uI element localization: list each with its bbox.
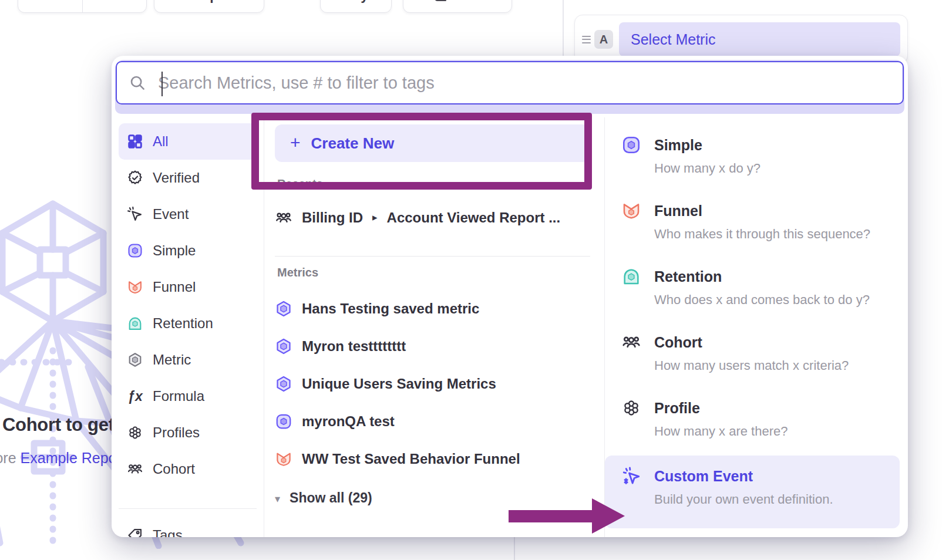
range-12m-button[interactable]: 12M bbox=[18, 0, 82, 12]
type-title: Simple bbox=[654, 137, 702, 154]
search-box bbox=[116, 61, 904, 104]
sidebar-item-label: Profiles bbox=[153, 424, 200, 441]
date-range-group: 12M YTD ▾ bbox=[18, 0, 147, 13]
type-custom-event[interactable]: Custom Event Build your own event defini… bbox=[605, 456, 900, 528]
retention-icon bbox=[621, 266, 641, 286]
screen: 12M YTD ▾ Compare Day Line A bbox=[0, 0, 949, 560]
sidebar-item-label: Metric bbox=[153, 352, 191, 368]
show-all-button[interactable]: ▾ Show all (29) bbox=[275, 483, 590, 513]
sidebar-item-label: Tags bbox=[153, 527, 183, 537]
sidebar-item-tags[interactable]: Tags bbox=[119, 517, 257, 537]
drag-handle-icon[interactable] bbox=[582, 36, 591, 43]
sidebar-item-all[interactable]: All bbox=[119, 123, 257, 160]
sidebar-item-label: Formula bbox=[153, 388, 204, 404]
panel-divider bbox=[563, 0, 564, 56]
type-description: Build your own event definition. bbox=[654, 492, 900, 507]
type-title: Retention bbox=[654, 268, 722, 285]
metric-item-label: myronQA test bbox=[302, 413, 395, 430]
panel-divider-bottom bbox=[514, 537, 515, 560]
cohort-icon bbox=[621, 332, 641, 352]
sidebar-item-cohort[interactable]: Cohort bbox=[119, 451, 257, 487]
type-title: Custom Event bbox=[654, 468, 753, 485]
simple-icon bbox=[126, 242, 144, 259]
verified-badge-icon bbox=[126, 170, 144, 186]
recent-item-billing-id[interactable]: Billing ID ▸ Account Viewed Report ... bbox=[275, 199, 590, 237]
chevron-down-icon: ▾ bbox=[275, 492, 280, 505]
select-metric-pill[interactable]: Select Metric bbox=[619, 22, 900, 56]
type-retention[interactable]: Retention Who does x and comes back to d… bbox=[605, 258, 908, 324]
metric-item-label: Myron testttttttt bbox=[302, 338, 406, 355]
metrics-label: Metrics bbox=[277, 266, 590, 279]
sidebar-divider bbox=[119, 508, 257, 509]
recents-divider bbox=[275, 256, 590, 257]
sidebar-item-simple[interactable]: Simple bbox=[119, 232, 257, 269]
text-cursor bbox=[161, 72, 163, 96]
day-button[interactable]: Day bbox=[320, 0, 392, 13]
type-profile[interactable]: Profile How many x are there? bbox=[605, 390, 908, 456]
sidebar-item-funnel[interactable]: Funnel bbox=[119, 269, 257, 305]
annotation-arrow bbox=[509, 510, 594, 522]
metric-item-myronqa-test[interactable]: myronQA test bbox=[275, 403, 590, 440]
formula-icon: ƒx bbox=[126, 389, 144, 404]
range-ytd-button[interactable]: YTD ▾ bbox=[82, 0, 147, 12]
sidebar-item-event[interactable]: Event bbox=[119, 196, 257, 232]
type-description: How many users match x criteria? bbox=[654, 358, 908, 373]
sidebar-item-metric[interactable]: Metric bbox=[119, 342, 257, 378]
tag-icon bbox=[126, 527, 144, 537]
sidebar-item-label: Simple bbox=[153, 242, 196, 259]
type-funnel[interactable]: Funnel Who makes it through this sequenc… bbox=[605, 193, 908, 258]
search-input[interactable] bbox=[157, 73, 891, 93]
sidebar-item-label: Funnel bbox=[153, 279, 196, 295]
saved-metric-icon bbox=[275, 338, 292, 355]
type-simple[interactable]: Simple How many x do y? bbox=[605, 127, 908, 193]
type-cohort[interactable]: Cohort How many users match x criteria? bbox=[605, 324, 908, 390]
type-title: Funnel bbox=[654, 203, 702, 220]
simple-icon bbox=[275, 413, 292, 430]
recent-item-suffix: Account Viewed Report ... bbox=[387, 210, 561, 226]
annotation-arrow-head bbox=[592, 498, 625, 534]
saved-metric-icon bbox=[275, 300, 292, 318]
type-title: Profile bbox=[654, 400, 700, 417]
type-title: Cohort bbox=[654, 334, 702, 351]
metric-item-label: Unique Users Saving Metrics bbox=[302, 376, 496, 392]
event-cursor-icon bbox=[126, 206, 144, 222]
type-description: How many x do y? bbox=[654, 161, 908, 176]
sidebar-item-profiles[interactable]: Profiles bbox=[119, 414, 257, 451]
cohort-icon bbox=[275, 209, 292, 227]
metrics-list: Hans Testing saved metric Myron testtttt… bbox=[275, 290, 590, 478]
custom-event-icon bbox=[621, 466, 641, 486]
type-description: How many x are there? bbox=[654, 424, 908, 439]
annotation-rectangle bbox=[251, 113, 592, 190]
profiles-icon bbox=[621, 398, 641, 418]
simple-icon bbox=[621, 135, 641, 155]
sidebar-item-label: Event bbox=[153, 206, 189, 222]
retention-icon bbox=[126, 315, 144, 332]
sidebar-item-verified[interactable]: Verified bbox=[119, 160, 257, 196]
grid-icon bbox=[126, 133, 144, 150]
breadcrumb-caret-icon: ▸ bbox=[372, 211, 378, 224]
line-chart-type-button[interactable]: Line bbox=[403, 0, 512, 13]
metric-item-unique-users[interactable]: Unique Users Saving Metrics bbox=[275, 365, 590, 403]
metric-item-label: Hans Testing saved metric bbox=[302, 301, 479, 317]
metric-item-label: WW Test Saved Behavior Funnel bbox=[302, 451, 520, 467]
profiles-icon bbox=[126, 424, 144, 441]
metric-item-myron-test[interactable]: Myron testttttttt bbox=[275, 328, 590, 365]
cohort-icon bbox=[126, 461, 144, 477]
metric-item-hans-testing[interactable]: Hans Testing saved metric bbox=[275, 290, 590, 328]
metric-hexagon-icon bbox=[126, 352, 144, 368]
sidebar-item-retention[interactable]: Retention bbox=[119, 305, 257, 342]
funnel-icon bbox=[621, 201, 641, 221]
saved-metric-icon bbox=[275, 375, 292, 393]
chevron-down-icon: ▾ bbox=[128, 0, 133, 2]
recent-item-prefix: Billing ID bbox=[302, 210, 363, 226]
sidebar-item-label: Cohort bbox=[153, 461, 195, 477]
line-chart-icon bbox=[433, 0, 448, 3]
row-letter-badge: A bbox=[594, 30, 613, 49]
type-description: Who makes it through this sequence? bbox=[654, 227, 908, 242]
metric-types-column: Simple How many x do y? Funnel Who make bbox=[605, 117, 908, 537]
sidebar-item-formula[interactable]: ƒx Formula bbox=[119, 378, 257, 414]
search-icon bbox=[129, 74, 146, 92]
funnel-icon bbox=[275, 450, 292, 468]
compare-button[interactable]: Compare bbox=[154, 0, 264, 13]
metric-item-ww-test-funnel[interactable]: WW Test Saved Behavior Funnel bbox=[275, 440, 590, 478]
